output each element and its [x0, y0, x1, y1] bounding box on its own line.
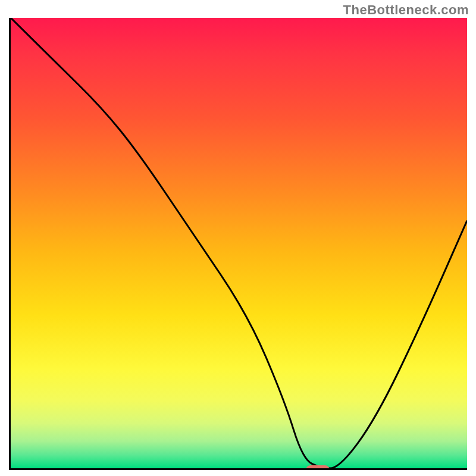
- watermark-text: TheBottleneck.com: [343, 2, 469, 18]
- chart-area: [9, 18, 467, 470]
- optimal-point-marker: [306, 465, 330, 470]
- chart-curve-svg: [11, 18, 467, 468]
- bottleneck-curve-path: [11, 18, 467, 468]
